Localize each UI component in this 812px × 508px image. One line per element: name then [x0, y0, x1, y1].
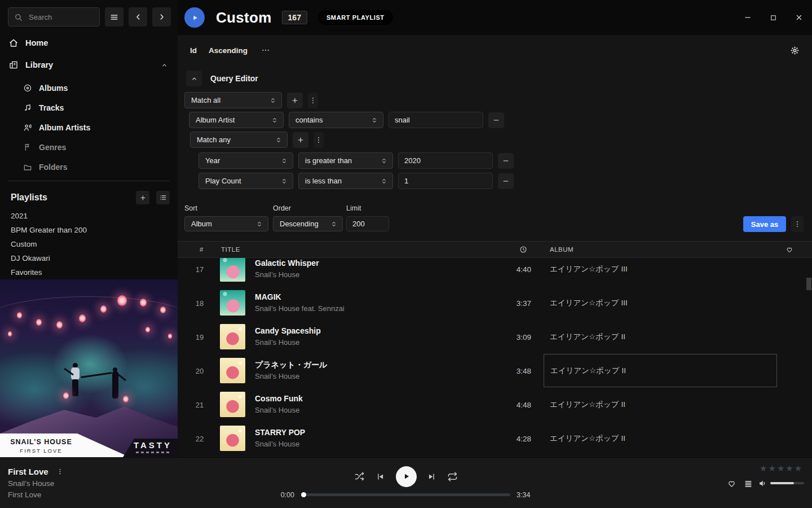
- remove-rule-button[interactable]: [498, 153, 514, 169]
- rule-operator-select[interactable]: is less than: [298, 173, 393, 189]
- playlist-item[interactable]: BPM Greater than 200: [11, 223, 169, 237]
- sidebar-item-home[interactable]: Home: [0, 34, 178, 51]
- sidebar-item-genres[interactable]: Genres: [0, 137, 178, 157]
- track-title: プラネット・ガール: [255, 360, 327, 370]
- rule-value-input[interactable]: [398, 152, 493, 169]
- match-type-select[interactable]: Match all: [184, 92, 282, 108]
- sidebar-divider: [8, 181, 170, 181]
- add-rule-button[interactable]: [293, 132, 308, 148]
- rule-value-input[interactable]: [398, 173, 493, 189]
- play-pause-button[interactable]: [396, 466, 417, 487]
- smart-playlist-badge: SMART PLAYLIST: [318, 10, 393, 25]
- rule-operator-select[interactable]: is greater than: [298, 152, 393, 169]
- sidebar-item-folders[interactable]: Folders: [0, 157, 178, 177]
- hamburger-icon: [109, 12, 119, 22]
- track-row[interactable]: 19 Candy Spaceship Snail’s House 3:09 エイ…: [178, 320, 812, 354]
- rule-operator-select[interactable]: contains: [289, 112, 383, 128]
- playlist-item[interactable]: Custom: [11, 237, 169, 251]
- queue-button[interactable]: [744, 479, 753, 488]
- window-close-button[interactable]: [795, 13, 804, 22]
- track-album-art: [220, 258, 245, 282]
- save-options-button[interactable]: [791, 216, 804, 232]
- repeat-button[interactable]: [447, 471, 458, 482]
- rule-field-select[interactable]: Play Count: [198, 173, 293, 189]
- chevron-left-icon: [134, 12, 143, 21]
- sidebar-item-albums[interactable]: Albums: [0, 78, 178, 98]
- rating-star[interactable]: ★: [760, 463, 768, 473]
- track-album-art: [220, 426, 245, 451]
- track-row[interactable]: 17 Galactic Whisper Snail’s House 4:40 エ…: [178, 258, 812, 286]
- query-editor-collapse-button[interactable]: [186, 71, 202, 86]
- seek-bar[interactable]: [302, 493, 510, 496]
- remove-rule-button[interactable]: [498, 173, 514, 189]
- remove-rule-button[interactable]: [488, 112, 504, 128]
- order-select[interactable]: Descending: [273, 216, 343, 231]
- playlist-list-button[interactable]: [156, 191, 170, 204]
- rule-value-input[interactable]: [389, 112, 483, 128]
- window-maximize-button[interactable]: [769, 14, 778, 22]
- column-header-album[interactable]: ALBUM: [550, 242, 573, 257]
- previous-track-button[interactable]: [376, 472, 385, 481]
- maximize-icon: [769, 14, 778, 22]
- seek-knob[interactable]: [301, 492, 306, 497]
- playlist-item[interactable]: 2021: [11, 209, 169, 223]
- limit-input[interactable]: [346, 216, 389, 231]
- playlist-header: Custom 167 SMART PLAYLIST: [178, 0, 812, 35]
- track-album-cell[interactable]: エイリアン☆ポップ III: [544, 258, 777, 286]
- track-album-cell[interactable]: エイリアン☆ポップ III: [544, 286, 777, 320]
- play-playlist-button[interactable]: [184, 7, 205, 28]
- track-row[interactable]: 21 Cosmo Funk Snail’s House 4:48 エイリアン☆ポ…: [178, 388, 812, 422]
- favorite-button[interactable]: [727, 479, 736, 488]
- sort-select[interactable]: Album: [184, 216, 268, 231]
- search-box[interactable]: [8, 7, 100, 27]
- sidebar-item-album-artists[interactable]: Album Artists: [0, 117, 178, 137]
- now-playing-options-button[interactable]: [56, 468, 64, 475]
- track-album-cell[interactable]: エイリアン☆ポップ II: [544, 422, 777, 456]
- sidebar-item-library[interactable]: Library: [0, 56, 178, 73]
- shuffle-button[interactable]: [354, 471, 365, 482]
- settings-button[interactable]: [790, 46, 800, 55]
- column-header-title[interactable]: TITLE: [221, 242, 240, 257]
- scrollbar-thumb[interactable]: [806, 278, 811, 290]
- chevron-up-icon[interactable]: [161, 62, 168, 69]
- sort-field-button[interactable]: Id: [190, 46, 197, 55]
- nav-forward-button[interactable]: [152, 7, 171, 27]
- playlist-item[interactable]: DJ Okawari: [11, 251, 169, 265]
- add-playlist-button[interactable]: [136, 191, 149, 204]
- rule-field-select[interactable]: Album Artist: [189, 112, 284, 128]
- track-row[interactable]: 22 STARRY POP Snail’s House 4:28 エイリアン☆ポ…: [178, 422, 812, 456]
- volume-mute-button[interactable]: [758, 479, 767, 488]
- rule-field-select[interactable]: Year: [198, 152, 293, 169]
- more-options-button[interactable]: [261, 46, 270, 55]
- rating-star[interactable]: ★: [795, 463, 803, 473]
- sidebar-item-label: Home: [25, 38, 48, 47]
- track-row[interactable]: 18 MAGIK Snail’s House feat. Sennzai 3:3…: [178, 286, 812, 320]
- rating-stars[interactable]: ★★★★★: [760, 463, 803, 474]
- match-type-select[interactable]: Match any: [190, 132, 288, 148]
- minus-icon: [502, 157, 510, 165]
- rating-star[interactable]: ★: [777, 463, 785, 473]
- track-album-cell[interactable]: エイリアン☆ポップ II: [544, 320, 777, 354]
- plus-icon: [297, 136, 304, 144]
- volume-fill: [770, 482, 794, 484]
- playlist-item[interactable]: Favorites: [11, 265, 169, 279]
- search-input[interactable]: [28, 12, 86, 22]
- next-track-button[interactable]: [427, 472, 436, 481]
- window-minimize-button[interactable]: [743, 13, 752, 22]
- lantern-glow: [117, 295, 127, 306]
- sort-direction-button[interactable]: Ascending: [209, 46, 248, 55]
- volume-slider[interactable]: [770, 482, 804, 484]
- rating-star[interactable]: ★: [785, 463, 794, 473]
- sidebar-item-tracks[interactable]: Tracks: [0, 98, 178, 117]
- rating-star[interactable]: ★: [768, 463, 776, 473]
- group-options-button[interactable]: [314, 132, 324, 148]
- track-row[interactable]: 20 プラネット・ガール Snail’s House 3:48 エイリアン☆ポッ…: [178, 354, 812, 388]
- group-options-button[interactable]: [308, 93, 318, 108]
- track-album-cell[interactable]: エイリアン☆ポップ II: [544, 388, 777, 422]
- menu-button[interactable]: [105, 7, 123, 27]
- add-rule-button[interactable]: [287, 93, 303, 108]
- track-album-cell[interactable]: エイリアン☆ポップ II: [544, 354, 777, 387]
- nav-back-button[interactable]: [129, 7, 147, 27]
- limit-label: Limit: [346, 204, 361, 212]
- save-as-button[interactable]: Save as: [743, 216, 786, 232]
